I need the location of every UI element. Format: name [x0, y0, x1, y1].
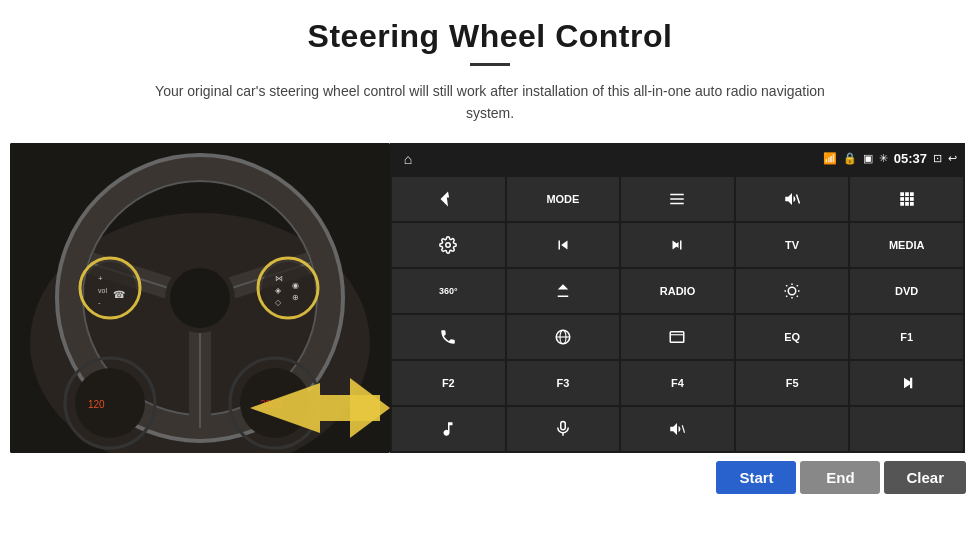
svg-rect-46	[900, 202, 904, 206]
bluetooth-icon: ✳	[879, 152, 888, 165]
svg-point-15	[84, 262, 136, 314]
svg-rect-48	[910, 202, 914, 206]
f1-btn[interactable]: F1	[850, 315, 963, 359]
svg-text:⋈: ⋈	[275, 274, 283, 283]
svg-line-39	[797, 194, 800, 203]
vol-call-btn[interactable]	[621, 407, 734, 451]
svg-rect-43	[900, 197, 904, 201]
svg-text:⊕: ⊕	[292, 293, 299, 302]
svg-point-21	[262, 262, 314, 314]
clock-display: 05:37	[894, 151, 927, 166]
eq-btn[interactable]: EQ	[736, 315, 849, 359]
cam360-btn[interactable]: 360°	[392, 269, 505, 313]
svg-text:-: -	[98, 298, 101, 307]
svg-text:◇: ◇	[275, 298, 282, 307]
svg-line-59	[797, 285, 798, 286]
back-icon: ↩	[948, 152, 957, 165]
sim-icon: ▣	[863, 152, 873, 165]
page-container: Steering Wheel Control Your original car…	[0, 0, 980, 544]
svg-point-49	[446, 243, 451, 248]
svg-rect-36	[671, 194, 685, 196]
svg-line-68	[683, 425, 685, 433]
apps-btn[interactable]	[850, 177, 963, 221]
content-row: + vol - ☎ ⋈ ◈ ◇ ◉ ⊕ 120	[10, 143, 970, 453]
svg-rect-66	[561, 421, 566, 429]
empty-btn-1[interactable]	[736, 407, 849, 451]
svg-point-51	[788, 287, 796, 295]
svg-rect-50	[680, 240, 682, 249]
mute-btn[interactable]	[736, 177, 849, 221]
page-subtitle: Your original car's steering wheel contr…	[150, 80, 830, 125]
svg-line-54	[786, 285, 787, 286]
page-title: Steering Wheel Control	[308, 18, 673, 55]
svg-text:◉: ◉	[292, 281, 299, 290]
next-btn[interactable]	[621, 223, 734, 267]
svg-rect-42	[910, 192, 914, 196]
svg-text:vol: vol	[98, 287, 107, 294]
svg-line-58	[786, 296, 787, 297]
svg-rect-37	[671, 198, 685, 200]
nav-btn[interactable]	[392, 177, 505, 221]
status-bar-left: ⌂	[398, 149, 418, 169]
brightness-btn[interactable]	[736, 269, 849, 313]
svg-text:◈: ◈	[275, 286, 282, 295]
list-btn[interactable]	[621, 177, 734, 221]
music-btn[interactable]	[392, 407, 505, 451]
svg-rect-38	[671, 203, 685, 205]
steering-wheel-image: + vol - ☎ ⋈ ◈ ◇ ◉ ⊕ 120	[10, 143, 390, 453]
settings-btn[interactable]	[392, 223, 505, 267]
svg-rect-45	[910, 197, 914, 201]
svg-line-55	[797, 296, 798, 297]
title-underline	[470, 63, 510, 66]
bottom-buttons: Start End Clear	[10, 453, 970, 498]
mic-btn[interactable]	[507, 407, 620, 451]
phone-btn[interactable]	[392, 315, 505, 359]
status-bar-right: 📶 🔒 ▣ ✳ 05:37 ⊡ ↩	[823, 151, 957, 166]
svg-rect-65	[910, 378, 912, 389]
f3-btn[interactable]: F3	[507, 361, 620, 405]
f4-btn[interactable]: F4	[621, 361, 734, 405]
start-button[interactable]: Start	[716, 461, 796, 494]
end-button[interactable]: End	[800, 461, 880, 494]
mode-btn[interactable]: MODE	[507, 177, 620, 221]
prev-btn[interactable]	[507, 223, 620, 267]
head-unit-panel: ⌂ 📶 🔒 ▣ ✳ 05:37 ⊡ ↩	[390, 143, 965, 453]
svg-rect-63	[671, 332, 685, 343]
lock-icon: 🔒	[843, 152, 857, 165]
window-btn[interactable]	[621, 315, 734, 359]
status-bar: ⌂ 📶 🔒 ▣ ✳ 05:37 ⊡ ↩	[390, 143, 965, 175]
tv-btn[interactable]: TV	[736, 223, 849, 267]
dvd-btn[interactable]: DVD	[850, 269, 963, 313]
playpause-btn[interactable]	[850, 361, 963, 405]
svg-text:☎: ☎	[113, 289, 125, 300]
svg-point-13	[170, 268, 230, 328]
svg-text:120: 120	[88, 399, 105, 410]
media-btn[interactable]: MEDIA	[850, 223, 963, 267]
wifi-icon: 📶	[823, 152, 837, 165]
eject-btn[interactable]	[507, 269, 620, 313]
svg-text:+: +	[98, 274, 103, 283]
clear-button[interactable]: Clear	[884, 461, 966, 494]
home-icon: ⌂	[398, 149, 418, 169]
globe-btn[interactable]	[507, 315, 620, 359]
svg-rect-41	[905, 192, 909, 196]
svg-rect-40	[900, 192, 904, 196]
svg-rect-44	[905, 197, 909, 201]
f2-btn[interactable]: F2	[392, 361, 505, 405]
screen-icon: ⊡	[933, 152, 942, 165]
empty-btn-2[interactable]	[850, 407, 963, 451]
radio-btn[interactable]: RADIO	[621, 269, 734, 313]
f5-btn[interactable]: F5	[736, 361, 849, 405]
button-grid: MODE TV	[390, 175, 965, 453]
svg-point-28	[75, 368, 145, 438]
svg-rect-47	[905, 202, 909, 206]
